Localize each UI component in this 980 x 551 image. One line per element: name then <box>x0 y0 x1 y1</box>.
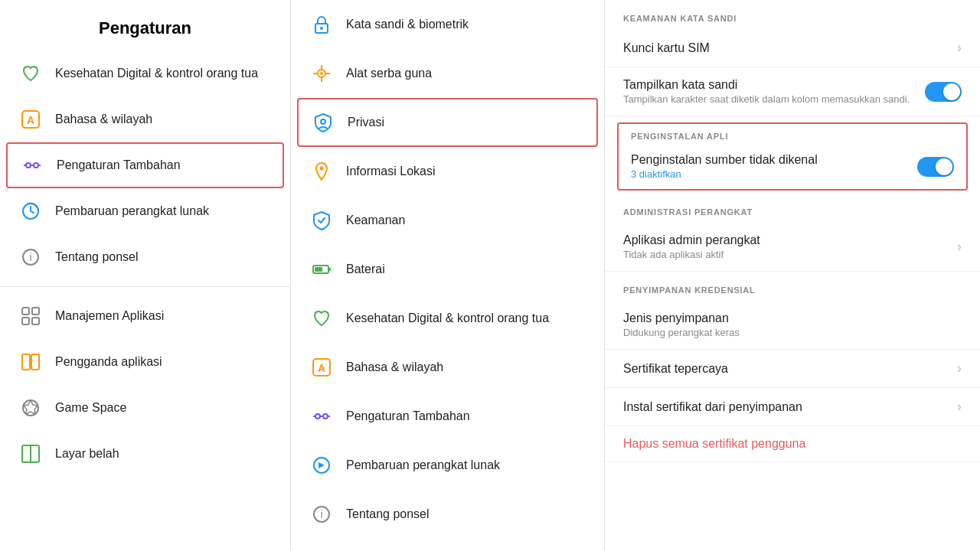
tampilkan-sandi-toggle[interactable] <box>925 82 962 102</box>
svg-point-28 <box>320 167 324 171</box>
svg-point-22 <box>320 72 323 75</box>
mid-panel: Kata sandi & biometrik Alat serba guna P… <box>291 0 605 551</box>
right-item-admin-app[interactable]: Aplikasi admin perangkat Tidak ada aplik… <box>605 223 980 272</box>
chevron-icon-instal: › <box>957 399 962 415</box>
mid-item-tentang2[interactable]: i Tentang ponsel <box>291 490 604 539</box>
mid-item-lokasi-label: Informasi Lokasi <box>346 165 436 178</box>
svg-rect-13 <box>32 318 39 324</box>
sidebar-item-pembaruan[interactable]: Pembaruan perangkat lunak <box>0 188 290 234</box>
divider-1 <box>0 286 290 287</box>
chevron-icon: › <box>957 40 962 56</box>
mid-item-privasi-label: Privasi <box>348 116 384 129</box>
sidebar-item-gamespace[interactable]: Game Space <box>0 385 290 431</box>
mid-item-bahasa2-label: Bahasa & wilayah <box>346 360 443 374</box>
sidebar-item-bahasa-label: Bahasa & wilayah <box>55 112 152 126</box>
heart2-icon <box>309 306 334 331</box>
sidebar-item-layarbelah-label: Layar belah <box>55 447 119 461</box>
install-unknown-toggle[interactable] <box>917 157 954 177</box>
info-icon: i <box>18 245 43 269</box>
mid-item-privasi[interactable]: Privasi <box>297 98 598 147</box>
sidebar-item-layarbelah[interactable]: Layar belah <box>0 431 290 477</box>
apps-icon <box>18 304 43 328</box>
game-icon <box>18 396 43 420</box>
mid-item-katasandi[interactable]: Kata sandi & biometrik <box>291 0 604 49</box>
update-icon <box>18 199 43 223</box>
split-icon <box>18 442 43 466</box>
jenis-penyimpanan-sub: Didukung perangkat keras <box>623 327 962 338</box>
svg-rect-12 <box>22 318 29 324</box>
privacy-icon <box>311 110 335 135</box>
chevron-icon-sertifikat: › <box>957 360 962 377</box>
battery-icon <box>309 257 334 282</box>
sidebar-item-kesehatan-label: Kesehatan Digital & kontrol orang tua <box>55 67 258 80</box>
alpha-a2-icon: A <box>309 355 334 380</box>
svg-text:i: i <box>29 251 31 263</box>
mid-item-baterai[interactable]: Baterai <box>291 245 604 294</box>
sidebar-item-pengganda[interactable]: Pengganda aplikasi <box>0 339 290 385</box>
shield-icon <box>309 208 334 233</box>
svg-rect-31 <box>328 268 331 271</box>
right-panel: KEAMANAN KATA SANDI Kunci kartu SIM › Ta… <box>605 0 980 551</box>
svg-rect-14 <box>22 354 30 370</box>
update2-icon <box>309 453 334 478</box>
mid-item-alat-label: Alat serba guna <box>346 67 432 80</box>
mid-item-lokasi[interactable]: Informasi Lokasi <box>291 147 604 196</box>
sidebar-item-kesehatan[interactable]: Kesehatan Digital & kontrol orang tua <box>0 51 290 96</box>
sidebar-item-bahasa[interactable]: A Bahasa & wilayah <box>0 96 290 142</box>
section-header-administrasi: ADMINISTRASI PERANGKAT <box>605 194 980 223</box>
settings-extra-icon <box>20 153 44 178</box>
right-item-tampilkan-sandi[interactable]: Tampilkan kata sandi Tampilkan karakter … <box>605 67 980 116</box>
mid-item-pengtambahan2[interactable]: Pengaturan Tambahan <box>291 392 604 441</box>
mid-item-bahasa2[interactable]: A Bahasa & wilayah <box>291 343 604 392</box>
sidebar-item-pengganda-label: Pengganda aplikasi <box>55 355 162 369</box>
info2-icon: i <box>309 502 334 527</box>
jenis-penyimpanan-title: Jenis penyimpanan <box>623 311 962 325</box>
mid-item-tentang2-label: Tentang ponsel <box>346 507 430 521</box>
right-item-install-unknown[interactable]: Penginstalan sumber tidak dikenal 3 diak… <box>619 144 966 189</box>
dual-icon <box>18 350 43 374</box>
mid-item-keamanan[interactable]: Keamanan <box>291 196 604 245</box>
sidebar-item-manajemen-label: Manajemen Aplikasi <box>55 309 164 323</box>
right-item-kunci-sim[interactable]: Kunci kartu SIM › <box>605 29 980 67</box>
sidebar-item-gamespace-label: Game Space <box>55 401 126 415</box>
kunci-sim-title: Kunci kartu SIM <box>623 41 951 55</box>
right-item-sertifikat-tepercaya[interactable]: Sertifikat tepercaya › <box>605 350 980 388</box>
svg-point-34 <box>315 414 320 419</box>
mid-item-alat[interactable]: Alat serba guna <box>291 49 604 98</box>
tampilkan-sandi-sub: Tampilkan karakter saat diketik dalam ko… <box>623 93 925 105</box>
toggle-knob-install <box>936 158 952 175</box>
heart-icon <box>18 61 43 86</box>
svg-point-20 <box>320 27 323 30</box>
mid-item-katasandi-label: Kata sandi & biometrik <box>346 18 469 31</box>
svg-point-35 <box>323 414 328 419</box>
admin-app-title: Aplikasi admin perangkat <box>623 233 951 247</box>
mid-item-pengtambahan2-label: Pengaturan Tambahan <box>346 409 470 423</box>
instal-sertifikat-title: Instal sertifikat dari penyimpanan <box>623 400 951 414</box>
alpha-a-icon: A <box>18 107 43 132</box>
mid-item-kesehatan2[interactable]: Kesehatan Digital & kontrol orang tua <box>291 294 604 343</box>
right-item-jenis-penyimpanan[interactable]: Jenis penyimpanan Didukung perangkat ker… <box>605 301 980 350</box>
mid-item-kesehatan2-label: Kesehatan Digital & kontrol orang tua <box>346 311 549 325</box>
right-item-instal-sertifikat[interactable]: Instal sertifikat dari penyimpanan › <box>605 388 980 426</box>
svg-point-27 <box>321 119 325 124</box>
sidebar-item-pengaturan-tambahan-label: Pengaturan Tambahan <box>57 158 181 172</box>
svg-rect-30 <box>315 267 322 272</box>
toggle-knob <box>943 83 960 100</box>
svg-rect-15 <box>31 354 39 370</box>
sidebar-item-tentang-label: Tentang ponsel <box>55 250 139 264</box>
sidebar-item-pengaturan-tambahan[interactable]: Pengaturan Tambahan <box>6 142 284 188</box>
left-panel: Pengaturan Kesehatan Digital & kontrol o… <box>0 0 291 551</box>
sidebar-item-pembaruan-label: Pembaruan perangkat lunak <box>55 204 209 218</box>
sidebar-item-manajemen[interactable]: Manajemen Aplikasi <box>0 293 290 339</box>
settings-extra2-icon <box>309 404 334 429</box>
hapus-sertifikat-title: Hapus semua sertifikat pengguna <box>623 437 962 451</box>
mid-item-pembaruan2[interactable]: Pembaruan perangkat lunak <box>291 441 604 490</box>
right-item-hapus-sertifikat[interactable]: Hapus semua sertifikat pengguna <box>605 426 980 462</box>
page-title: Pengaturan <box>0 0 290 51</box>
section-header-penginstalan: PENGINSTALAN APLI <box>619 124 966 144</box>
svg-point-2 <box>26 163 31 168</box>
sidebar-item-tentang[interactable]: i Tentang ponsel <box>0 234 290 280</box>
svg-text:A: A <box>27 114 34 126</box>
svg-rect-11 <box>32 308 39 315</box>
mid-item-pembaruan2-label: Pembaruan perangkat lunak <box>346 458 500 472</box>
